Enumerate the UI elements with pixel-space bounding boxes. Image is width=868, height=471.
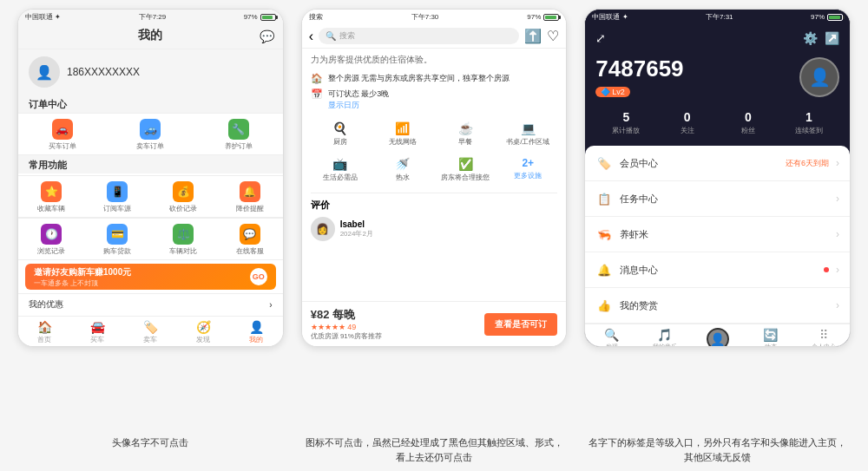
user-level[interactable]: 🔷 Lv2 (595, 87, 630, 97)
status-bar-1: 中国联通 ✦ 下午7:29 97% (18, 10, 283, 24)
online-service[interactable]: 💬 在线客服 (217, 219, 283, 259)
notification-dot (824, 267, 829, 272)
tab3-music[interactable]: 🎵 我的音乐 (638, 328, 691, 346)
vip-days: 还有6天到期 (786, 158, 829, 169)
order-center-title: 订单中心 (18, 95, 283, 113)
caption-1: 头像名字不可点击 (17, 435, 284, 464)
show-calendar-link[interactable]: 显示日历 (328, 100, 390, 111)
phone-2: 搜索 下午7:30 97% ‹ 🔍 搜索 ⬆️ ♡ 力为房客提供优质的住宿体验。… (301, 9, 568, 347)
menu-tasks[interactable]: 📋 任务中心 › (585, 181, 850, 217)
my-coupon[interactable]: 我的优惠 › (18, 293, 283, 315)
expand-icon[interactable]: ⤢ (595, 31, 606, 45)
essentials-icon: 📺 (332, 157, 347, 171)
battery-1 (260, 14, 276, 21)
more-icon: 2+ (522, 157, 534, 169)
buy-car-order[interactable]: 🚗 买车订单 (18, 114, 107, 154)
desk-icon: 💻 (521, 121, 536, 135)
wifi-icon: 📶 (395, 121, 410, 135)
stat-follow[interactable]: 0 关注 (657, 110, 718, 135)
tab3-discover[interactable]: 🔍 发现 (585, 328, 638, 346)
service-icon: 💬 (240, 224, 260, 245)
car-compare[interactable]: ⚖️ 车辆对比 (150, 219, 216, 259)
vip-icon: 🏷️ (595, 154, 613, 172)
menu-vip[interactable]: 🏷️ 会员中心 还有6天到期 › (585, 146, 850, 181)
user-section-3: 7487659 🔷 Lv2 👤 (585, 52, 850, 107)
booking-footer: ¥82 每晚 ★★★★★ 49 优质房源 91%房客推荐 查看是否可订 (302, 301, 567, 346)
tab-buy[interactable]: 🚘 买车 (71, 320, 124, 344)
shrimp-arrow: › (836, 228, 839, 240)
tab-mine[interactable]: 👤 我的 (230, 320, 283, 344)
menu-praise[interactable]: 👍 我的赞赏 › (585, 288, 850, 324)
avatar-3[interactable]: 👤 (799, 57, 839, 97)
tab-discover[interactable]: 🧭 发现 (177, 320, 230, 344)
buy-car-icon: 🚗 (52, 119, 73, 140)
buy-icon: 🚘 (90, 320, 105, 334)
message-icon[interactable]: 💬 (260, 29, 274, 43)
share-icon-3[interactable]: ↗️ (825, 31, 839, 45)
time-1: 下午7:29 (139, 12, 167, 22)
user-phone: 186XXXXXXXX (67, 66, 140, 78)
bargain-icon: 💰 (173, 181, 194, 202)
tab-sell[interactable]: 🏷️ 卖车 (124, 320, 177, 344)
settings-icon[interactable]: ⚙️ (803, 31, 818, 45)
amenities-grid: 🍳 厨房 📶 无线网络 ☕ 早餐 💻 书桌/工作区域 📺 生活必需品 (311, 118, 558, 186)
subscribe-icon: 📱 (107, 181, 128, 202)
reviewer-name: Isabel (340, 219, 373, 229)
hotwater-icon: 🚿 (395, 157, 410, 171)
promo-go-button[interactable]: GO (250, 268, 267, 285)
loan-icon: 💳 (107, 224, 128, 245)
promo-banner[interactable]: 邀请好友购新车赚1000元 一车通多条 上不封顶 GO (25, 264, 276, 290)
book-button[interactable]: 查看是否可订 (484, 313, 557, 336)
tab3-dynamic[interactable]: 🔄 动态 (744, 328, 797, 346)
dynamic-icon: 🔄 (763, 328, 778, 342)
buy-car-label: 买车订单 (49, 141, 76, 151)
shrimp-icon: 🦐 (595, 226, 613, 243)
maintain-order[interactable]: 🔧 养护订单 (194, 114, 283, 154)
favorite-icon[interactable]: ♡ (547, 28, 559, 44)
home-icon: 🏠 (37, 320, 52, 334)
tab3-profile[interactable]: 👤 (691, 328, 744, 346)
status-bar-2: 搜索 下午7:30 97% (302, 10, 567, 24)
subscribe-source[interactable]: 📱 订阅车源 (84, 176, 150, 217)
status-bar-3: 中国联通 ✦ 下午7:31 97% (585, 10, 850, 24)
discover-icon: 🧭 (196, 320, 211, 334)
price-display: ¥82 每晚 (311, 307, 382, 323)
menu-shrimp[interactable]: 🦐 养虾米 › (585, 217, 850, 252)
tab3-center[interactable]: ⠿ 个人中心 (797, 328, 850, 346)
breakfast-icon: ☕ (458, 121, 473, 135)
price-alert[interactable]: 🔔 降价提醒 (217, 176, 283, 217)
car-loan[interactable]: 💳 购车贷款 (84, 219, 150, 259)
sell-car-order[interactable]: 🚙 卖车订单 (107, 114, 195, 154)
browse-history[interactable]: 🕐 浏览记录 (18, 219, 84, 259)
header-title-1: 我的 (138, 28, 162, 42)
tasks-label: 任务中心 (620, 193, 829, 206)
phone2-main-content: 力为房客提供优质的住宿体验。 🏠 整个房源 无需与房东或房客共享空间，独享整个房… (302, 49, 567, 301)
alert-icon: 🔔 (240, 181, 260, 202)
bargain-record[interactable]: 💰 砍价记录 (150, 176, 216, 217)
tab-avatar-icon: 👤 (707, 328, 729, 346)
shrimp-label: 养虾米 (620, 228, 829, 241)
reviewer-avatar: 👩 (311, 217, 335, 241)
maintain-label: 养护订单 (225, 141, 253, 151)
center-icon: ⠿ (819, 328, 828, 342)
order-grid: 🚗 买车订单 🚙 卖车订单 🔧 养护订单 (18, 113, 283, 155)
search-box[interactable]: 🔍 搜索 (319, 28, 519, 44)
stat-fans[interactable]: 0 粉丝 (718, 110, 779, 135)
promo-text: 邀请好友购新车赚1000元 一车通多条 上不封顶 (34, 266, 131, 288)
praise-arrow: › (836, 299, 839, 311)
message-arrow: › (836, 264, 839, 276)
menu-message[interactable]: 🔔 消息中心 › (585, 252, 850, 288)
feature-booking: 📅 可订状态 最少3晚 显示日历 (311, 88, 558, 111)
music-icon: 🎵 (657, 328, 672, 342)
avatar: 👤 (29, 56, 60, 88)
tab-home[interactable]: 🏠 首页 (18, 320, 71, 344)
user-id[interactable]: 7487659 (595, 56, 683, 82)
maintain-icon: 🔧 (228, 119, 249, 140)
amenity-wifi: 📶 无线网络 (373, 118, 432, 150)
amenity-desk: 💻 书桌/工作区域 (498, 118, 557, 150)
time-2: 下午7:30 (411, 12, 439, 22)
share-icon[interactable]: ⬆️ (524, 28, 542, 44)
back-icon[interactable]: ‹ (309, 29, 313, 44)
amenity-more[interactable]: 2+ 更多设施 (498, 154, 557, 186)
collect-car[interactable]: ⭐ 收藏车辆 (18, 176, 84, 217)
